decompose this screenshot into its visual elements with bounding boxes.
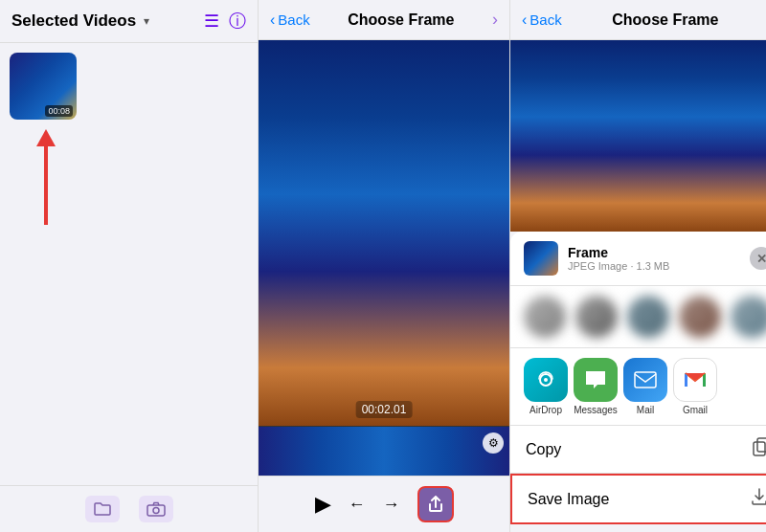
next-frame-button[interactable]: → [383, 495, 400, 515]
folder-icon[interactable] [85, 496, 120, 522]
filmstrip: ⚙ [259, 426, 509, 476]
svg-rect-8 [754, 442, 765, 455]
svg-point-3 [544, 378, 548, 382]
info-icon[interactable]: ⓘ [229, 10, 246, 33]
svg-rect-0 [147, 505, 165, 516]
messages-icon [574, 358, 618, 402]
svg-point-1 [153, 508, 159, 514]
right-header: ‹ Back Choose Frame › [510, 0, 766, 40]
arrow-line [44, 146, 48, 225]
contact-avatar-2[interactable] [575, 296, 618, 338]
left-header-icons: ☰ ⓘ [204, 10, 246, 33]
save-image-label: Save Image [528, 491, 738, 508]
right-back-chevron-icon: ‹ [522, 11, 527, 29]
right-title: Choose Frame [562, 11, 766, 29]
left-header: Selected Videos ▾ ☰ ⓘ [0, 0, 258, 43]
left-content: 00:08 [0, 43, 258, 485]
back-chevron-icon: ‹ [270, 11, 275, 29]
forward-icon[interactable]: › [492, 10, 498, 30]
video-duration: 00:08 [45, 105, 73, 117]
middle-back-button[interactable]: ‹ Back [270, 11, 310, 29]
right-panel: ‹ Back Choose Frame › Frame JPEG Image ·… [510, 0, 766, 532]
camera-icon[interactable] [139, 496, 173, 522]
contact-avatar-1[interactable] [524, 296, 566, 338]
share-info: Frame JPEG Image · 1.3 MB [568, 245, 740, 272]
copy-label: Copy [526, 441, 740, 458]
left-panel: Selected Videos ▾ ☰ ⓘ 00:08 [0, 0, 259, 532]
copy-action-row[interactable]: Copy [510, 426, 766, 474]
right-back-label: Back [529, 11, 561, 28]
middle-header: ‹ Back Choose Frame › [259, 0, 509, 40]
copy-icon [752, 437, 766, 461]
right-video-preview [510, 40, 766, 232]
share-file-info: JPEG Image · 1.3 MB [568, 260, 740, 272]
arrow-head [36, 129, 56, 146]
share-close-button[interactable]: ✕ [750, 247, 766, 270]
middle-video-preview: 00:02.01 [259, 40, 509, 426]
share-file-thumb [524, 241, 558, 276]
share-sheet: Frame JPEG Image · 1.3 MB ✕ [510, 232, 766, 532]
share-apps-row: AirDrop Messages Mail [510, 348, 766, 426]
share-file-name: Frame [568, 245, 740, 260]
messages-app[interactable]: Messages [574, 358, 618, 415]
left-bottom-toolbar [0, 485, 258, 532]
back-label: Back [278, 11, 309, 28]
video-thumbnail[interactable]: 00:08 [10, 53, 77, 120]
share-button[interactable] [417, 486, 454, 522]
dropdown-chevron-icon[interactable]: ▾ [144, 14, 149, 28]
right-back-button[interactable]: ‹ Back [522, 11, 562, 29]
middle-title: Choose Frame [310, 11, 492, 29]
airdrop-app[interactable]: AirDrop [524, 358, 568, 415]
selected-videos-title: Selected Videos [11, 11, 136, 31]
menu-icon[interactable]: ☰ [204, 11, 219, 32]
middle-controls: ▶ ← → [259, 476, 509, 532]
save-image-icon [750, 487, 766, 511]
play-button[interactable]: ▶ [315, 492, 331, 517]
airdrop-label: AirDrop [529, 405, 562, 415]
svg-rect-4 [635, 372, 656, 388]
gmail-label: Gmail [683, 405, 708, 415]
mail-label: Mail [637, 405, 654, 415]
airdrop-icon [524, 358, 568, 402]
share-contacts-row [510, 286, 766, 348]
contact-avatar-3[interactable] [627, 296, 669, 338]
filmstrip-settings-icon[interactable]: ⚙ [483, 432, 504, 454]
gmail-icon [673, 358, 717, 402]
prev-frame-button[interactable]: ← [349, 495, 366, 515]
messages-label: Messages [574, 405, 618, 415]
save-image-action-row[interactable]: Save Image [510, 474, 766, 524]
gmail-app[interactable]: Gmail [673, 358, 717, 415]
middle-panel: ‹ Back Choose Frame › 00:02.01 ⚙ ▶ ← → [259, 0, 510, 532]
video-timestamp: 00:02.01 [356, 401, 413, 418]
mail-app[interactable]: Mail [623, 358, 667, 415]
mail-icon [623, 358, 667, 402]
contact-avatar-5[interactable] [731, 296, 766, 338]
contact-avatar-4[interactable] [679, 296, 721, 338]
share-header: Frame JPEG Image · 1.3 MB ✕ [510, 232, 766, 286]
